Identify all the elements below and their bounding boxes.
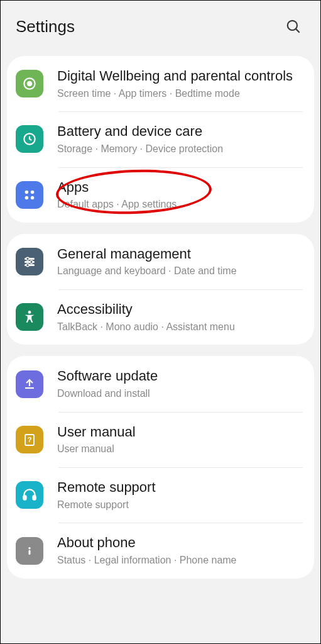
item-general-management[interactable]: General management Language and keyboard… (7, 234, 314, 289)
svg-point-0 (288, 21, 297, 30)
user-manual-icon: ? (16, 426, 43, 453)
settings-group-3: Software update Download and install ? U… (7, 356, 314, 578)
item-text: General management Language and keyboard… (57, 245, 305, 278)
item-accessibility[interactable]: Accessibility TalkBack · Mono audio · As… (7, 289, 314, 345)
item-software-update[interactable]: Software update Download and install (7, 356, 314, 411)
item-text: Battery and device care Storage · Memory… (57, 123, 305, 155)
about-phone-icon (16, 537, 43, 565)
svg-point-22 (28, 547, 30, 548)
header: Settings (1, 1, 320, 56)
svg-point-6 (31, 190, 35, 194)
svg-point-12 (26, 257, 30, 260)
search-button[interactable] (281, 14, 305, 38)
item-digital-wellbeing[interactable]: Digital Wellbeing and parental controls … (7, 56, 314, 111)
item-battery-device-care[interactable]: Battery and device care Storage · Memory… (7, 111, 314, 167)
wellbeing-icon (16, 70, 43, 97)
item-about-phone[interactable]: About phone Status · Legal information ·… (7, 523, 314, 578)
page-title: Settings (16, 17, 75, 36)
item-title: User manual (57, 423, 305, 441)
item-text: Digital Wellbeing and parental controls … (57, 67, 305, 100)
settings-group-2: General management Language and keyboard… (7, 234, 314, 345)
svg-text:?: ? (28, 436, 32, 443)
battery-care-icon (16, 125, 43, 153)
item-title: Apps (57, 179, 305, 196)
item-subtitle: TalkBack · Mono audio · Assistant menu (57, 321, 305, 334)
item-title: Digital Wellbeing and parental controls (57, 67, 305, 85)
item-subtitle: Status · Legal information · Phone name (57, 554, 305, 567)
remote-support-icon (16, 481, 43, 509)
item-user-manual[interactable]: ? User manual User manual (7, 412, 314, 467)
svg-rect-19 (33, 496, 35, 500)
item-text: Software update Download and install (57, 367, 305, 400)
item-subtitle: Download and install (57, 387, 305, 401)
svg-point-13 (30, 260, 33, 264)
svg-rect-18 (23, 496, 26, 500)
svg-point-3 (28, 82, 32, 86)
item-title: Battery and device care (57, 123, 305, 140)
apps-icon (16, 181, 43, 209)
item-title: Accessibility (57, 301, 305, 318)
item-title: Software update (57, 367, 305, 385)
accessibility-icon (16, 303, 43, 331)
item-subtitle: Default apps · App settings (57, 198, 305, 211)
svg-point-14 (26, 264, 30, 267)
item-remote-support[interactable]: Remote support Remote support (7, 467, 314, 523)
item-subtitle: Storage · Memory · Device protection (57, 143, 305, 156)
item-subtitle: Language and keyboard · Date and time (57, 265, 305, 278)
item-title: About phone (57, 534, 305, 552)
item-text: User manual User manual (57, 423, 305, 456)
svg-point-8 (31, 196, 35, 200)
item-title: General management (57, 245, 305, 263)
svg-line-1 (296, 29, 300, 33)
item-apps[interactable]: Apps Default apps · App settings (7, 167, 314, 223)
item-text: Remote support Remote support (57, 479, 305, 511)
settings-group-1: Digital Wellbeing and parental controls … (7, 56, 314, 223)
svg-point-7 (25, 196, 29, 200)
svg-point-15 (28, 311, 31, 314)
svg-rect-23 (28, 550, 30, 555)
item-text: About phone Status · Legal information ·… (57, 534, 305, 567)
svg-point-5 (25, 190, 29, 194)
general-management-icon (16, 248, 43, 275)
search-icon (285, 18, 302, 35)
item-subtitle: Remote support (57, 499, 305, 512)
item-subtitle: User manual (57, 443, 305, 456)
item-text: Apps Default apps · App settings (57, 179, 305, 211)
item-text: Accessibility TalkBack · Mono audio · As… (57, 301, 305, 333)
item-subtitle: Screen time · App timers · Bedtime mode (57, 87, 305, 101)
software-update-icon (16, 370, 43, 398)
item-title: Remote support (57, 479, 305, 496)
